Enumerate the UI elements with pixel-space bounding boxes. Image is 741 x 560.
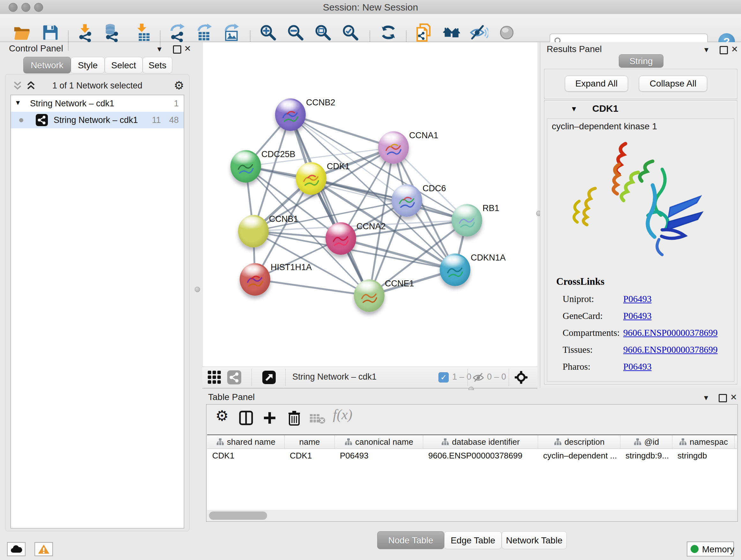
network-node-CCNA2[interactable]: CCNA2: [326, 222, 356, 255]
crosslink-tissues[interactable]: 9606.ENSP00000378699: [623, 345, 718, 355]
network-node-CCNB1[interactable]: CCNB1: [238, 215, 269, 247]
zoom-selected-icon[interactable]: [341, 23, 360, 42]
table-row[interactable]: CDK1CDK1P064939606.ENSP00000378699cyclin…: [207, 449, 737, 462]
table-cell[interactable]: stringdb:9...: [620, 449, 672, 462]
memory-button[interactable]: Memory: [687, 542, 734, 557]
zoom-fit-icon[interactable]: [313, 23, 333, 42]
chevron-down-icon[interactable]: ▾: [16, 98, 20, 107]
column-header-description[interactable]: description: [538, 435, 620, 449]
selected-node-edge-count: 1 – 0: [452, 372, 471, 382]
columns-icon[interactable]: [239, 410, 253, 427]
table-cell[interactable]: 9606.ENSP00000378699: [423, 449, 538, 462]
gear-icon[interactable]: ⚙: [174, 79, 184, 92]
network-node-CDC6[interactable]: CDC6: [392, 184, 422, 217]
import-table-file-icon[interactable]: [133, 23, 152, 42]
node-label: CCNE1: [385, 279, 414, 289]
crosslink-uniprot[interactable]: P06493: [623, 294, 652, 304]
apply-layout-icon[interactable]: [379, 23, 398, 42]
panel-menu-icon[interactable]: ▾: [704, 45, 709, 54]
panel-menu-icon[interactable]: ▾: [704, 393, 708, 401]
tab-string[interactable]: String: [619, 54, 664, 68]
show-all-icon[interactable]: [497, 23, 516, 42]
network-row[interactable]: String Network – cdk1 11 48: [11, 112, 184, 128]
float-panel-icon[interactable]: [719, 394, 727, 402]
zoom-out-icon[interactable]: [286, 23, 305, 42]
tab-network[interactable]: Network: [23, 57, 71, 73]
network-node-CCNE1[interactable]: CCNE1: [354, 279, 385, 312]
network-node-CDK1[interactable]: CDK1: [296, 162, 327, 195]
gene-detail-box: cyclin–dependent kinase 1: [547, 118, 734, 381]
import-network-database-icon[interactable]: [103, 23, 122, 42]
crosshair-icon[interactable]: [514, 370, 529, 386]
hide-selected-icon[interactable]: [469, 23, 488, 42]
crosslink-pharos[interactable]: P06493: [623, 361, 652, 372]
column-header-database-identifier[interactable]: database identifier: [423, 435, 538, 449]
network-edge[interactable]: [255, 279, 369, 296]
network-node-RB1[interactable]: RB1: [452, 204, 482, 237]
separator: [285, 369, 286, 386]
tab-node-table[interactable]: Node Table: [377, 531, 444, 549]
tab-sets[interactable]: Sets: [143, 57, 172, 73]
column-header-canonical-name[interactable]: canonical name: [335, 435, 423, 449]
network-collection-row[interactable]: ▾ String Network – cdk1 1: [11, 95, 184, 112]
crosslink-label: Compartments:: [562, 327, 620, 338]
network-node-CDC25B[interactable]: CDC25B: [230, 150, 261, 183]
tab-edge-table[interactable]: Edge Table: [444, 531, 502, 549]
close-panel-icon[interactable]: ✕: [731, 45, 738, 53]
import-network-file-icon[interactable]: [76, 23, 95, 42]
column-header-shared-name[interactable]: shared name: [207, 435, 285, 449]
tab-select[interactable]: Select: [105, 57, 143, 73]
network-canvas[interactable]: CCNB2 CCNA1 CDC25B CDK1 CDC6 RB1 CCNB1 C…: [202, 42, 537, 367]
expand-all-button[interactable]: Expand All: [565, 76, 628, 91]
export-table-icon[interactable]: [195, 23, 214, 42]
warning-status-button[interactable]: [35, 542, 53, 556]
collapse-section-icon[interactable]: ▾: [572, 104, 576, 114]
network-node-CDKN1A[interactable]: CDKN1A: [440, 253, 470, 286]
export-network-icon[interactable]: [168, 23, 187, 42]
cloud-status-button[interactable]: [7, 542, 25, 556]
table-cell[interactable]: cyclin–dependent ...: [538, 449, 620, 462]
control-panel-title: Control Panel: [9, 44, 63, 54]
table-cell[interactable]: CDK1: [285, 449, 335, 462]
memory-status-icon: [690, 545, 698, 553]
collection-count: 1: [174, 99, 179, 109]
network-node-HIST1H1A[interactable]: HIST1H1A: [240, 263, 270, 296]
add-column-icon[interactable]: [263, 410, 277, 427]
gear-icon[interactable]: ⚙: [215, 407, 228, 424]
network-from-clipboard-icon[interactable]: [414, 23, 433, 42]
delete-table-icon: [309, 413, 326, 426]
column-header-name[interactable]: name: [285, 435, 335, 449]
column-header-namespac[interactable]: namespac: [672, 435, 735, 449]
close-panel-icon[interactable]: ✕: [184, 44, 191, 53]
float-panel-icon[interactable]: [720, 46, 728, 54]
table-cell[interactable]: P06493: [335, 449, 423, 462]
node-label: CCNA1: [409, 131, 439, 140]
delete-column-icon[interactable]: [287, 410, 301, 428]
tab-style[interactable]: Style: [71, 57, 105, 73]
table-cell[interactable]: stringdb: [672, 449, 735, 462]
float-panel-icon[interactable]: [173, 45, 181, 54]
selected-checkbox-icon[interactable]: ✓: [439, 372, 449, 382]
crosslink-compartments[interactable]: 9606.ENSP00000378699: [623, 327, 718, 338]
node-table[interactable]: shared namenamecanonical namedatabase id…: [207, 435, 737, 510]
zoom-in-icon[interactable]: [259, 23, 278, 42]
birdseye-view-icon[interactable]: [262, 371, 276, 384]
close-panel-icon[interactable]: ✕: [730, 393, 737, 401]
crosslink-genecard[interactable]: P06493: [623, 311, 652, 321]
string-home-icon[interactable]: [442, 23, 461, 42]
share-view-icon[interactable]: [227, 370, 241, 384]
network-node-CCNA1[interactable]: CCNA1: [378, 131, 409, 164]
left-splitter-handle[interactable]: [195, 287, 200, 292]
network-list-header: 1 of 1 Network selected ⚙: [5, 78, 189, 94]
network-node-CCNB2[interactable]: CCNB2: [275, 98, 306, 131]
collapse-all-button[interactable]: Collapse All: [639, 76, 707, 91]
export-image-icon[interactable]: [222, 23, 241, 42]
column-header-@id[interactable]: @id: [620, 435, 672, 449]
horizontal-scrollbar[interactable]: [209, 511, 267, 520]
open-session-icon[interactable]: [13, 23, 32, 42]
panel-menu-icon[interactable]: ▾: [157, 45, 161, 53]
grid-view-icon[interactable]: [207, 370, 222, 386]
save-session-icon[interactable]: [41, 23, 60, 42]
table-cell[interactable]: CDK1: [207, 449, 285, 462]
tab-network-table[interactable]: Network Table: [502, 531, 567, 549]
